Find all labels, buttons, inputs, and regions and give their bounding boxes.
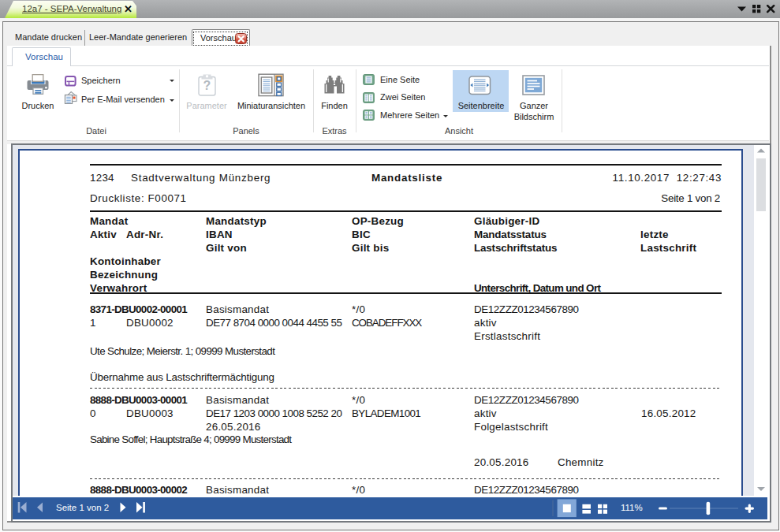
svg-text:?: ? <box>203 79 211 92</box>
